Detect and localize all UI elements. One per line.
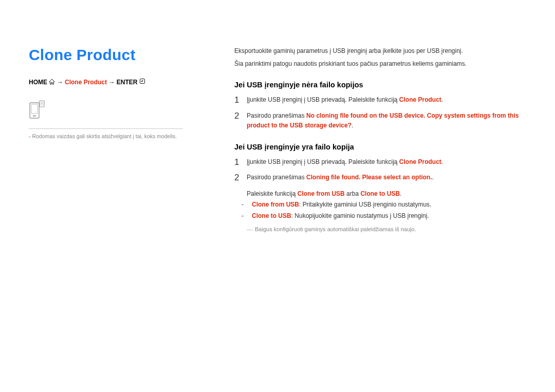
device-icon xyxy=(29,100,203,123)
message-text: Cloning file found. Please select an opt… xyxy=(306,174,432,181)
breadcrumb: HOME → Clone Product → ENTER xyxy=(29,78,203,86)
section-heading-has-file: Jei USB įrenginyje yra failo kopija xyxy=(234,143,526,151)
text: . xyxy=(400,190,401,197)
text: . xyxy=(441,96,443,103)
caption-text: Rodomas vaizdas gali skirtis atsižvelgia… xyxy=(32,133,177,139)
step-body: Pasirodo pranešimas Cloning file found. … xyxy=(247,173,434,182)
home-icon xyxy=(49,79,55,86)
breadcrumb-enter: ENTER xyxy=(117,79,138,86)
text: Pasirodo pranešimas xyxy=(247,174,306,181)
breadcrumb-home: HOME xyxy=(29,79,47,86)
intro-line-2: Šia parinktimi patogu naudotis priskiria… xyxy=(234,59,526,69)
text: : Nukopijuokite gaminio nustatymus į USB… xyxy=(291,212,429,219)
clone-product-label: Clone Product xyxy=(399,96,441,103)
arrow-icon: → xyxy=(108,79,115,86)
text: . xyxy=(441,158,443,165)
text: . xyxy=(432,174,434,181)
text: Įjunkite USB įrenginį į USB prievadą. Pa… xyxy=(247,96,399,103)
text: : Pritaikykite gaminiui USB įrenginio nu… xyxy=(299,201,431,208)
divider xyxy=(29,128,183,129)
step-body: Įjunkite USB įrenginį į USB prievadą. Pa… xyxy=(247,95,443,105)
footnote: Baigus konfigūruoti gaminys automatiškai… xyxy=(247,225,526,234)
clone-to-usb-label: Clone to USB xyxy=(252,212,291,219)
step-number: 2 xyxy=(234,111,247,121)
text: Pasirodo pranešimas xyxy=(247,112,306,119)
caption: - Rodomas vaizdas gali skirtis atsižvelg… xyxy=(29,133,203,139)
text: arba xyxy=(345,190,361,197)
step-body: Pasirodo pranešimas No cloning file foun… xyxy=(247,111,526,130)
dash-icon: - xyxy=(247,211,252,222)
clone-to-usb-label: Clone to USB xyxy=(360,190,400,197)
step: 1 Įjunkite USB įrenginį į USB prievadą. … xyxy=(234,95,526,105)
step-number: 1 xyxy=(234,157,247,167)
step-number: 2 xyxy=(234,173,247,183)
step: 1 Įjunkite USB įrenginį į USB prievadą. … xyxy=(234,157,526,167)
sublist: Paleiskite funkciją Clone from USB arba … xyxy=(247,189,526,222)
intro-line-1: Eksportuokite gaminių parametrus į USB į… xyxy=(234,46,526,56)
sublist-intro: Paleiskite funkciją Clone from USB arba … xyxy=(247,189,526,200)
dash-icon: - xyxy=(247,199,252,211)
text: Paleiskite funkciją xyxy=(247,190,298,197)
clone-from-usb-label: Clone from USB xyxy=(252,201,299,208)
clone-product-label: Clone Product xyxy=(399,158,441,165)
text: Įjunkite USB įrenginį į USB prievadą. Pa… xyxy=(247,158,399,165)
list-item: - Clone from USB: Pritaikykite gaminiui … xyxy=(247,199,526,211)
list-item: - Clone to USB: Nukopijuokite gaminio nu… xyxy=(247,211,526,222)
step: 2 Pasirodo pranešimas Cloning file found… xyxy=(234,173,526,183)
text: . xyxy=(351,122,353,129)
page-title: Clone Product xyxy=(29,46,203,64)
arrow-icon: → xyxy=(57,79,63,86)
enter-icon xyxy=(139,79,145,86)
clone-from-usb-label: Clone from USB xyxy=(298,190,345,197)
step-body: Įjunkite USB įrenginį į USB prievadą. Pa… xyxy=(247,157,443,167)
step-number: 1 xyxy=(234,95,247,105)
step: 2 Pasirodo pranešimas No cloning file fo… xyxy=(234,111,526,130)
breadcrumb-clone: Clone Product xyxy=(65,79,107,86)
svg-rect-3 xyxy=(33,115,36,117)
section-heading-no-file: Jei USB įrenginyje nėra failo kopijos xyxy=(234,81,526,89)
svg-rect-2 xyxy=(31,104,38,114)
